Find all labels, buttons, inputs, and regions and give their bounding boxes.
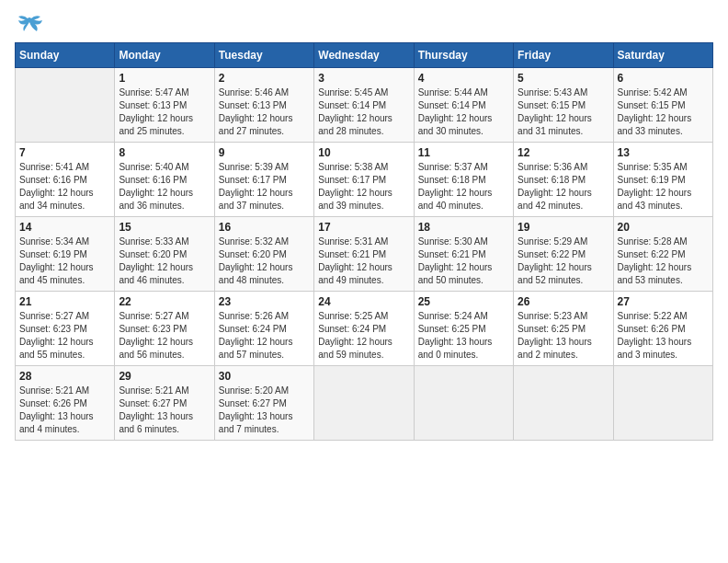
- cell-week4-day7: 27Sunrise: 5:22 AM Sunset: 6:26 PM Dayli…: [613, 292, 712, 366]
- cell-week4-day4: 24Sunrise: 5:25 AM Sunset: 6:24 PM Dayli…: [314, 292, 414, 366]
- cell-week1-day4: 3Sunrise: 5:45 AM Sunset: 6:14 PM Daylig…: [314, 68, 414, 143]
- week-row-4: 21Sunrise: 5:27 AM Sunset: 6:23 PM Dayli…: [16, 292, 713, 366]
- week-row-1: 1Sunrise: 5:47 AM Sunset: 6:13 PM Daylig…: [16, 68, 713, 143]
- cell-week5-day1: 28Sunrise: 5:21 AM Sunset: 6:26 PM Dayli…: [16, 366, 115, 441]
- day-number: 27: [618, 295, 709, 308]
- day-number: 30: [219, 370, 310, 383]
- cell-week4-day3: 23Sunrise: 5:26 AM Sunset: 6:24 PM Dayli…: [214, 292, 313, 366]
- cell-week3-day2: 15Sunrise: 5:33 AM Sunset: 6:20 PM Dayli…: [115, 217, 214, 292]
- cell-week3-day1: 14Sunrise: 5:34 AM Sunset: 6:19 PM Dayli…: [16, 217, 115, 292]
- cell-week2-day7: 13Sunrise: 5:35 AM Sunset: 6:19 PM Dayli…: [613, 143, 712, 217]
- day-number: 9: [219, 146, 310, 159]
- day-number: 28: [19, 370, 110, 383]
- day-number: 14: [19, 221, 110, 234]
- day-info: Sunrise: 5:37 AM Sunset: 6:18 PM Dayligh…: [418, 161, 509, 213]
- day-info: Sunrise: 5:28 AM Sunset: 6:22 PM Dayligh…: [618, 236, 709, 287]
- cell-week4-day1: 21Sunrise: 5:27 AM Sunset: 6:23 PM Dayli…: [16, 292, 115, 366]
- day-number: 21: [19, 295, 110, 308]
- day-header-monday: Monday: [115, 43, 214, 68]
- day-number: 6: [618, 72, 709, 85]
- day-number: 4: [418, 72, 509, 85]
- cell-week2-day6: 12Sunrise: 5:36 AM Sunset: 6:18 PM Dayli…: [514, 143, 613, 217]
- day-info: Sunrise: 5:42 AM Sunset: 6:15 PM Dayligh…: [618, 86, 709, 138]
- day-info: Sunrise: 5:30 AM Sunset: 6:21 PM Dayligh…: [418, 236, 509, 287]
- day-number: 24: [318, 295, 409, 308]
- cell-week5-day4: [314, 366, 414, 441]
- cell-week3-day3: 16Sunrise: 5:32 AM Sunset: 6:20 PM Dayli…: [214, 217, 313, 292]
- day-info: Sunrise: 5:35 AM Sunset: 6:19 PM Dayligh…: [618, 161, 709, 213]
- cell-week1-day1: [16, 68, 115, 143]
- day-number: 23: [219, 295, 310, 308]
- day-info: Sunrise: 5:25 AM Sunset: 6:24 PM Dayligh…: [318, 310, 409, 362]
- day-number: 26: [518, 295, 609, 308]
- day-number: 8: [119, 146, 210, 159]
- day-number: 17: [318, 221, 409, 234]
- day-number: 1: [119, 72, 210, 85]
- day-number: 5: [518, 72, 609, 85]
- day-info: Sunrise: 5:31 AM Sunset: 6:21 PM Dayligh…: [318, 236, 409, 287]
- day-header-wednesday: Wednesday: [314, 43, 414, 68]
- cell-week1-day6: 5Sunrise: 5:43 AM Sunset: 6:15 PM Daylig…: [514, 68, 613, 143]
- cell-week5-day7: [613, 366, 712, 441]
- day-info: Sunrise: 5:34 AM Sunset: 6:19 PM Dayligh…: [19, 236, 110, 287]
- day-info: Sunrise: 5:22 AM Sunset: 6:26 PM Dayligh…: [618, 310, 709, 362]
- cell-week2-day1: 7Sunrise: 5:41 AM Sunset: 6:16 PM Daylig…: [16, 143, 115, 217]
- day-info: Sunrise: 5:23 AM Sunset: 6:25 PM Dayligh…: [518, 310, 609, 362]
- day-number: 13: [618, 146, 709, 159]
- day-info: Sunrise: 5:20 AM Sunset: 6:27 PM Dayligh…: [219, 385, 310, 436]
- week-row-2: 7Sunrise: 5:41 AM Sunset: 6:16 PM Daylig…: [16, 143, 713, 217]
- cell-week5-day2: 29Sunrise: 5:21 AM Sunset: 6:27 PM Dayli…: [115, 366, 214, 441]
- week-row-5: 28Sunrise: 5:21 AM Sunset: 6:26 PM Dayli…: [16, 366, 713, 441]
- day-header-saturday: Saturday: [613, 43, 712, 68]
- day-header-tuesday: Tuesday: [214, 43, 313, 68]
- calendar-table: SundayMondayTuesdayWednesdayThursdayFrid…: [15, 42, 713, 441]
- cell-week3-day5: 18Sunrise: 5:30 AM Sunset: 6:21 PM Dayli…: [414, 217, 513, 292]
- day-header-thursday: Thursday: [414, 43, 513, 68]
- day-info: Sunrise: 5:27 AM Sunset: 6:23 PM Dayligh…: [119, 310, 210, 362]
- day-info: Sunrise: 5:24 AM Sunset: 6:25 PM Dayligh…: [418, 310, 509, 362]
- day-number: 10: [318, 146, 409, 159]
- day-info: Sunrise: 5:29 AM Sunset: 6:22 PM Dayligh…: [518, 236, 609, 287]
- day-info: Sunrise: 5:21 AM Sunset: 6:27 PM Dayligh…: [119, 385, 210, 436]
- day-number: 25: [418, 295, 509, 308]
- week-row-3: 14Sunrise: 5:34 AM Sunset: 6:19 PM Dayli…: [16, 217, 713, 292]
- logo-bird-icon: [18, 15, 44, 35]
- cell-week1-day2: 1Sunrise: 5:47 AM Sunset: 6:13 PM Daylig…: [115, 68, 214, 143]
- day-info: Sunrise: 5:40 AM Sunset: 6:16 PM Dayligh…: [119, 161, 210, 213]
- cell-week3-day6: 19Sunrise: 5:29 AM Sunset: 6:22 PM Dayli…: [514, 217, 613, 292]
- cell-week2-day2: 8Sunrise: 5:40 AM Sunset: 6:16 PM Daylig…: [115, 143, 214, 217]
- day-number: 2: [219, 72, 310, 85]
- cell-week2-day3: 9Sunrise: 5:39 AM Sunset: 6:17 PM Daylig…: [214, 143, 313, 217]
- day-number: 18: [418, 221, 509, 234]
- cell-week5-day5: [414, 366, 513, 441]
- cell-week1-day5: 4Sunrise: 5:44 AM Sunset: 6:14 PM Daylig…: [414, 68, 513, 143]
- day-info: Sunrise: 5:21 AM Sunset: 6:26 PM Dayligh…: [19, 385, 110, 436]
- cell-week3-day7: 20Sunrise: 5:28 AM Sunset: 6:22 PM Dayli…: [613, 217, 712, 292]
- day-info: Sunrise: 5:39 AM Sunset: 6:17 PM Dayligh…: [219, 161, 310, 213]
- day-number: 7: [19, 146, 110, 159]
- day-number: 15: [119, 221, 210, 234]
- day-info: Sunrise: 5:32 AM Sunset: 6:20 PM Dayligh…: [219, 236, 310, 287]
- logo: [15, 15, 44, 35]
- day-info: Sunrise: 5:45 AM Sunset: 6:14 PM Dayligh…: [318, 86, 409, 138]
- cell-week3-day4: 17Sunrise: 5:31 AM Sunset: 6:21 PM Dayli…: [314, 217, 414, 292]
- cell-week2-day4: 10Sunrise: 5:38 AM Sunset: 6:17 PM Dayli…: [314, 143, 414, 217]
- day-info: Sunrise: 5:27 AM Sunset: 6:23 PM Dayligh…: [19, 310, 110, 362]
- day-info: Sunrise: 5:26 AM Sunset: 6:24 PM Dayligh…: [219, 310, 310, 362]
- day-number: 3: [318, 72, 409, 85]
- cell-week4-day2: 22Sunrise: 5:27 AM Sunset: 6:23 PM Dayli…: [115, 292, 214, 366]
- day-header-friday: Friday: [514, 43, 613, 68]
- day-number: 29: [119, 370, 210, 383]
- day-number: 12: [518, 146, 609, 159]
- header: [15, 15, 713, 35]
- day-info: Sunrise: 5:44 AM Sunset: 6:14 PM Dayligh…: [418, 86, 509, 138]
- day-info: Sunrise: 5:43 AM Sunset: 6:15 PM Dayligh…: [518, 86, 609, 138]
- day-header-sunday: Sunday: [16, 43, 115, 68]
- day-info: Sunrise: 5:41 AM Sunset: 6:16 PM Dayligh…: [19, 161, 110, 213]
- cell-week1-day3: 2Sunrise: 5:46 AM Sunset: 6:13 PM Daylig…: [214, 68, 313, 143]
- day-info: Sunrise: 5:33 AM Sunset: 6:20 PM Dayligh…: [119, 236, 210, 287]
- cell-week5-day6: [514, 366, 613, 441]
- cell-week5-day3: 30Sunrise: 5:20 AM Sunset: 6:27 PM Dayli…: [214, 366, 313, 441]
- header-row: SundayMondayTuesdayWednesdayThursdayFrid…: [16, 43, 713, 68]
- day-number: 20: [618, 221, 709, 234]
